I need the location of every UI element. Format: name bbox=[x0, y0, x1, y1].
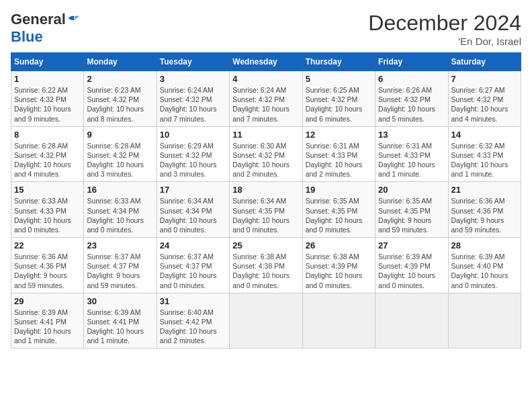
calendar-cell bbox=[448, 293, 521, 349]
logo: General Blue bbox=[11, 11, 79, 46]
day-number: 13 bbox=[378, 130, 445, 140]
calendar-cell: 6Sunrise: 6:26 AM Sunset: 4:32 PM Daylig… bbox=[375, 71, 448, 127]
day-detail: Sunrise: 6:28 AM Sunset: 4:32 PM Dayligh… bbox=[14, 141, 81, 179]
day-number: 30 bbox=[87, 296, 153, 306]
calendar-week-2: 8Sunrise: 6:28 AM Sunset: 4:32 PM Daylig… bbox=[11, 126, 521, 182]
day-detail: Sunrise: 6:39 AM Sunset: 4:41 PM Dayligh… bbox=[14, 308, 81, 346]
day-detail: Sunrise: 6:23 AM Sunset: 4:32 PM Dayligh… bbox=[87, 85, 153, 124]
day-number: 8 bbox=[14, 130, 81, 140]
location: 'En Dor, Israel bbox=[368, 36, 521, 47]
day-detail: Sunrise: 6:39 AM Sunset: 4:40 PM Dayligh… bbox=[451, 252, 518, 290]
day-number: 19 bbox=[306, 185, 372, 195]
day-number: 31 bbox=[160, 296, 226, 306]
calendar-cell bbox=[375, 293, 448, 349]
calendar-cell: 18Sunrise: 6:34 AM Sunset: 4:35 PM Dayli… bbox=[230, 182, 302, 238]
calendar-cell: 27Sunrise: 6:39 AM Sunset: 4:39 PM Dayli… bbox=[375, 238, 448, 293]
title-block: December 2024 'En Dor, Israel bbox=[368, 11, 521, 47]
calendar-cell: 30Sunrise: 6:39 AM Sunset: 4:41 PM Dayli… bbox=[84, 293, 157, 349]
day-detail: Sunrise: 6:27 AM Sunset: 4:32 PM Dayligh… bbox=[451, 85, 518, 124]
day-detail: Sunrise: 6:38 AM Sunset: 4:39 PM Dayligh… bbox=[306, 252, 372, 290]
calendar-cell: 2Sunrise: 6:23 AM Sunset: 4:32 PM Daylig… bbox=[84, 71, 157, 127]
day-detail: Sunrise: 6:37 AM Sunset: 4:37 PM Dayligh… bbox=[160, 252, 226, 290]
day-number: 10 bbox=[160, 130, 226, 140]
day-number: 14 bbox=[451, 130, 518, 140]
calendar-cell: 20Sunrise: 6:35 AM Sunset: 4:35 PM Dayli… bbox=[375, 182, 448, 238]
day-detail: Sunrise: 6:25 AM Sunset: 4:32 PM Dayligh… bbox=[306, 85, 372, 124]
day-number: 15 bbox=[14, 185, 81, 195]
day-detail: Sunrise: 6:39 AM Sunset: 4:39 PM Dayligh… bbox=[378, 252, 445, 290]
calendar-week-1: 1Sunrise: 6:22 AM Sunset: 4:32 PM Daylig… bbox=[11, 71, 521, 127]
calendar-cell bbox=[230, 293, 302, 349]
day-number: 23 bbox=[87, 240, 153, 250]
calendar-cell: 3Sunrise: 6:24 AM Sunset: 4:32 PM Daylig… bbox=[157, 71, 229, 127]
day-number: 1 bbox=[14, 74, 81, 84]
day-number: 6 bbox=[378, 74, 445, 84]
day-number: 11 bbox=[232, 130, 299, 140]
day-number: 18 bbox=[232, 185, 299, 195]
weekday-header-thursday: Thursday bbox=[302, 53, 375, 71]
day-detail: Sunrise: 6:22 AM Sunset: 4:32 PM Dayligh… bbox=[14, 85, 81, 124]
day-detail: Sunrise: 6:36 AM Sunset: 4:36 PM Dayligh… bbox=[14, 252, 81, 290]
day-detail: Sunrise: 6:35 AM Sunset: 4:35 PM Dayligh… bbox=[306, 196, 372, 234]
calendar-cell: 14Sunrise: 6:32 AM Sunset: 4:33 PM Dayli… bbox=[448, 126, 521, 182]
calendar-cell: 25Sunrise: 6:38 AM Sunset: 4:38 PM Dayli… bbox=[230, 238, 302, 293]
weekday-header-saturday: Saturday bbox=[448, 53, 521, 71]
day-detail: Sunrise: 6:29 AM Sunset: 4:32 PM Dayligh… bbox=[160, 141, 226, 179]
day-detail: Sunrise: 6:24 AM Sunset: 4:32 PM Dayligh… bbox=[232, 85, 299, 124]
weekday-header-tuesday: Tuesday bbox=[157, 53, 229, 71]
logo-general-text: General bbox=[11, 11, 66, 28]
logo-blue-text: Blue bbox=[11, 28, 43, 45]
month-title: December 2024 bbox=[368, 11, 521, 36]
logo-bird-icon bbox=[67, 13, 79, 23]
day-number: 2 bbox=[87, 74, 153, 84]
calendar-cell: 8Sunrise: 6:28 AM Sunset: 4:32 PM Daylig… bbox=[11, 126, 84, 182]
calendar-cell bbox=[302, 293, 375, 349]
calendar-week-5: 29Sunrise: 6:39 AM Sunset: 4:41 PM Dayli… bbox=[11, 293, 521, 349]
day-detail: Sunrise: 6:40 AM Sunset: 4:42 PM Dayligh… bbox=[160, 308, 226, 346]
calendar-cell: 10Sunrise: 6:29 AM Sunset: 4:32 PM Dayli… bbox=[157, 126, 229, 182]
day-detail: Sunrise: 6:31 AM Sunset: 4:33 PM Dayligh… bbox=[306, 141, 372, 179]
calendar-cell: 26Sunrise: 6:38 AM Sunset: 4:39 PM Dayli… bbox=[302, 238, 375, 293]
day-number: 17 bbox=[160, 185, 226, 195]
day-number: 5 bbox=[306, 74, 372, 84]
calendar-cell: 13Sunrise: 6:31 AM Sunset: 4:33 PM Dayli… bbox=[375, 126, 448, 182]
day-detail: Sunrise: 6:33 AM Sunset: 4:34 PM Dayligh… bbox=[87, 196, 153, 234]
day-detail: Sunrise: 6:38 AM Sunset: 4:38 PM Dayligh… bbox=[232, 252, 299, 290]
calendar-header-row: SundayMondayTuesdayWednesdayThursdayFrid… bbox=[11, 53, 521, 71]
day-number: 25 bbox=[232, 240, 299, 250]
calendar-cell: 12Sunrise: 6:31 AM Sunset: 4:33 PM Dayli… bbox=[302, 126, 375, 182]
calendar-cell: 5Sunrise: 6:25 AM Sunset: 4:32 PM Daylig… bbox=[302, 71, 375, 127]
day-detail: Sunrise: 6:28 AM Sunset: 4:32 PM Dayligh… bbox=[87, 141, 153, 179]
day-number: 3 bbox=[160, 74, 226, 84]
calendar-cell: 19Sunrise: 6:35 AM Sunset: 4:35 PM Dayli… bbox=[302, 182, 375, 238]
day-number: 9 bbox=[87, 130, 153, 140]
day-number: 12 bbox=[306, 130, 372, 140]
weekday-header-wednesday: Wednesday bbox=[230, 53, 302, 71]
day-detail: Sunrise: 6:26 AM Sunset: 4:32 PM Dayligh… bbox=[378, 85, 445, 124]
calendar-cell: 31Sunrise: 6:40 AM Sunset: 4:42 PM Dayli… bbox=[157, 293, 229, 349]
calendar-cell: 7Sunrise: 6:27 AM Sunset: 4:32 PM Daylig… bbox=[448, 71, 521, 127]
calendar-cell: 28Sunrise: 6:39 AM Sunset: 4:40 PM Dayli… bbox=[448, 238, 521, 293]
day-detail: Sunrise: 6:37 AM Sunset: 4:37 PM Dayligh… bbox=[87, 252, 153, 290]
calendar-cell: 22Sunrise: 6:36 AM Sunset: 4:36 PM Dayli… bbox=[11, 238, 84, 293]
day-detail: Sunrise: 6:33 AM Sunset: 4:33 PM Dayligh… bbox=[14, 196, 81, 234]
day-detail: Sunrise: 6:39 AM Sunset: 4:41 PM Dayligh… bbox=[87, 308, 153, 346]
calendar-cell: 15Sunrise: 6:33 AM Sunset: 4:33 PM Dayli… bbox=[11, 182, 84, 238]
weekday-header-monday: Monday bbox=[84, 53, 157, 71]
day-detail: Sunrise: 6:30 AM Sunset: 4:32 PM Dayligh… bbox=[232, 141, 299, 179]
day-number: 7 bbox=[451, 74, 518, 84]
day-number: 24 bbox=[160, 240, 226, 250]
calendar-cell: 16Sunrise: 6:33 AM Sunset: 4:34 PM Dayli… bbox=[84, 182, 157, 238]
day-detail: Sunrise: 6:36 AM Sunset: 4:36 PM Dayligh… bbox=[451, 196, 518, 234]
day-detail: Sunrise: 6:34 AM Sunset: 4:34 PM Dayligh… bbox=[160, 196, 226, 234]
calendar-cell: 11Sunrise: 6:30 AM Sunset: 4:32 PM Dayli… bbox=[230, 126, 302, 182]
day-number: 26 bbox=[306, 240, 372, 250]
day-number: 27 bbox=[378, 240, 445, 250]
day-number: 20 bbox=[378, 185, 445, 195]
day-number: 4 bbox=[232, 74, 299, 84]
day-detail: Sunrise: 6:31 AM Sunset: 4:33 PM Dayligh… bbox=[378, 141, 445, 179]
day-number: 22 bbox=[14, 240, 81, 250]
day-number: 21 bbox=[451, 185, 518, 195]
calendar-week-4: 22Sunrise: 6:36 AM Sunset: 4:36 PM Dayli… bbox=[11, 238, 521, 293]
day-detail: Sunrise: 6:35 AM Sunset: 4:35 PM Dayligh… bbox=[378, 196, 445, 234]
